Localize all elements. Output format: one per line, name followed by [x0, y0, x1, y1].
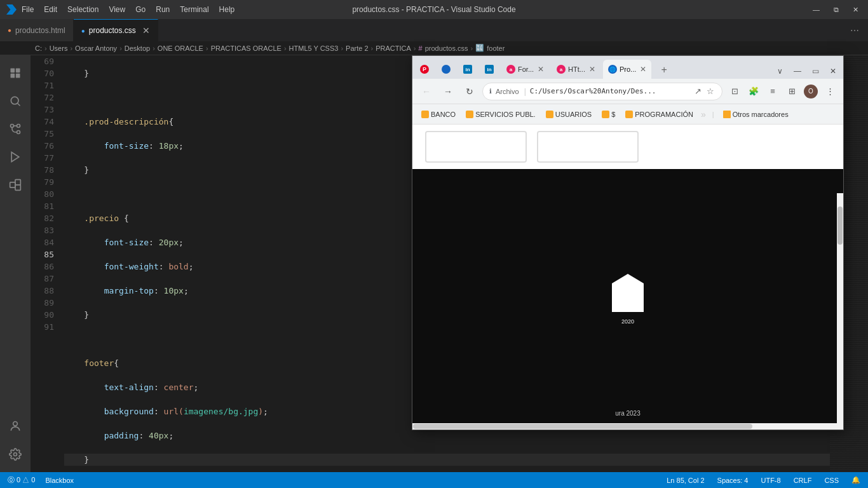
browser-hscrollbar[interactable] — [412, 423, 837, 430]
browser-dark-section: 2020 ura 2023 — [412, 169, 843, 430]
css-tab-icon: ● — [81, 27, 85, 34]
share-icon[interactable]: ↗ — [693, 85, 703, 97]
bc-parte2[interactable]: Parte 2 — [346, 44, 368, 52]
bc-one-oracle[interactable]: ONE ORACLE — [158, 44, 203, 52]
product-card-right — [537, 131, 639, 163]
bookmark-programacion[interactable]: PROGRAMACIÓN — [621, 109, 697, 119]
browser-extensions-icon[interactable]: 🧩 — [745, 83, 762, 100]
activity-run[interactable] — [3, 144, 28, 170]
language-mode[interactable]: CSS — [822, 477, 841, 484]
new-tab-button[interactable]: + — [655, 61, 673, 79]
bookmark-dollar[interactable]: $ — [598, 109, 619, 119]
bookmark-otros[interactable]: Otros marcadores — [719, 109, 792, 119]
more-tabs-icon[interactable]: ⋯ — [848, 24, 862, 37]
bookmark-servicios[interactable]: SERVICIOS PUBL. — [462, 109, 539, 119]
minimize-button[interactable]: — — [810, 4, 823, 15]
tab-html[interactable]: ● productos.html — [0, 19, 74, 41]
status-bar-right: Ln 85, Col 2 Spaces: 4 UTF-8 CRLF CSS 🔔 — [664, 476, 863, 484]
browser-url-bar[interactable]: ℹ Archivo | C:/Users/Oscar%20Antony/Des.… — [482, 83, 722, 100]
bc-desktop[interactable]: Desktop — [125, 44, 150, 52]
activity-settings[interactable] — [3, 442, 28, 467]
browser-avatar[interactable]: O — [803, 83, 819, 100]
browser-screenshot-icon[interactable]: ⊡ — [726, 83, 743, 100]
browser-tab-pro[interactable]: 🌐 Pro... ✕ — [603, 60, 651, 79]
for-tab-close[interactable]: ✕ — [538, 65, 544, 74]
breadcrumb: C: › Users › Oscar Antony › Desktop › ON… — [0, 41, 868, 55]
window-controls[interactable]: — ⧉ ✕ — [810, 4, 862, 15]
product-card-left — [425, 131, 527, 163]
browser-tab-linkedin1[interactable]: in — [458, 60, 477, 79]
browser-back-btn[interactable]: ← — [417, 83, 435, 100]
bookmark-usuarios[interactable]: USUARIOS — [542, 109, 595, 119]
svg-point-14 — [14, 453, 17, 456]
menu-edit[interactable]: Edit — [44, 5, 57, 14]
cursor-position[interactable]: Ln 85, Col 2 — [664, 477, 707, 484]
url-actions: ↗ ☆ — [693, 85, 715, 97]
bc-html5[interactable]: HTML5 Y CSS3 — [289, 44, 339, 52]
browser-restore-btn[interactable]: ▭ — [808, 64, 823, 79]
browser-tab-world[interactable] — [437, 60, 456, 79]
status-bar-left: ⓪ 0 △ 0 Blackbox — [5, 475, 76, 485]
bc-practica[interactable]: PRACTICA — [376, 44, 411, 52]
menu-go[interactable]: Go — [135, 5, 146, 14]
activity-search[interactable] — [3, 88, 28, 114]
browser-split-icon[interactable]: ⊞ — [783, 83, 800, 100]
bc-footer[interactable]: footer — [487, 44, 505, 52]
browser-vscrollbar[interactable] — [837, 193, 843, 430]
htt-tab-close[interactable]: ✕ — [589, 65, 595, 74]
browser-vscrollbar-thumb[interactable] — [837, 207, 843, 245]
bookmark-star-icon[interactable]: ☆ — [705, 85, 715, 97]
menu-view[interactable]: View — [109, 5, 125, 14]
line-ending[interactable]: CRLF — [791, 477, 815, 484]
bookmarks-more-btn[interactable]: » — [701, 109, 706, 119]
footer-text: ura 2023 — [615, 410, 640, 417]
blackbox-extension[interactable]: Blackbox — [43, 477, 76, 484]
browser-reload-btn[interactable]: ↻ — [461, 83, 478, 100]
browser-tab-htt[interactable]: a HTt... ✕ — [552, 60, 600, 79]
browser-forward-btn[interactable]: → — [439, 83, 457, 100]
menu-terminal[interactable]: Terminal — [180, 5, 208, 14]
git-status[interactable]: ⓪ 0 △ 0 — [5, 475, 37, 485]
activity-bar-bottom — [3, 414, 28, 472]
browser-hscrollbar-thumb[interactable] — [413, 424, 752, 429]
browser-tab-for[interactable]: a For... ✕ — [501, 60, 549, 79]
usuarios-label: USUARIOS — [555, 111, 592, 118]
bc-oscar[interactable]: Oscar Antony — [75, 44, 117, 52]
bc-users[interactable]: Users — [50, 44, 68, 52]
htt-tab-icon: a — [557, 65, 566, 74]
browser-menu-icon[interactable]: ⋮ — [822, 83, 838, 100]
notifications-bell[interactable]: 🔔 — [849, 476, 863, 484]
menu-selection[interactable]: Selection — [67, 5, 98, 14]
css-tab-close[interactable]: ✕ — [142, 26, 150, 35]
menu-bar[interactable]: File Edit Selection View Go Run Terminal… — [22, 5, 234, 14]
activity-account[interactable] — [3, 414, 28, 439]
activity-source-control[interactable] — [3, 116, 28, 142]
bookmark-banco[interactable]: BANCO — [417, 109, 459, 119]
activity-extensions[interactable] — [3, 172, 28, 198]
browser-save-icon[interactable]: ≡ — [764, 83, 781, 100]
menu-file[interactable]: File — [22, 5, 34, 14]
pro-tab-close[interactable]: ✕ — [640, 65, 646, 74]
activity-explorer[interactable] — [3, 60, 28, 86]
browser-tab-linkedin2[interactable]: in — [480, 60, 499, 79]
browser-tab-down[interactable]: ∨ — [772, 64, 787, 79]
file-encoding[interactable]: UTF-8 — [758, 477, 783, 484]
menu-run[interactable]: Run — [156, 5, 170, 14]
menu-help[interactable]: Help — [219, 5, 235, 14]
restore-button[interactable]: ⧉ — [831, 4, 842, 15]
activity-bar — [0, 55, 31, 472]
browser-tab-pinterest[interactable]: P — [415, 60, 434, 79]
line-numbers: 69 70 71 72 73 74 75 76 77 78 79 80 81 8… — [31, 55, 59, 472]
logo-body — [612, 274, 644, 312]
tab-css[interactable]: ● productos.css ✕ — [74, 19, 158, 41]
browser-minimize-btn[interactable]: — — [790, 64, 805, 79]
svg-marker-9 — [11, 152, 19, 162]
bc-c[interactable]: C: — [35, 44, 42, 52]
bc-practicas[interactable]: PRACTICAS ORACLE — [211, 44, 281, 52]
indentation[interactable]: Spaces: 4 — [715, 477, 751, 484]
svg-point-7 — [17, 131, 20, 134]
browser-close-btn[interactable]: ✕ — [825, 64, 841, 79]
bc-file[interactable]: productos.css — [425, 44, 468, 52]
close-button[interactable]: ✕ — [850, 4, 862, 15]
browser-content: 2020 ura 2023 — [412, 125, 843, 430]
